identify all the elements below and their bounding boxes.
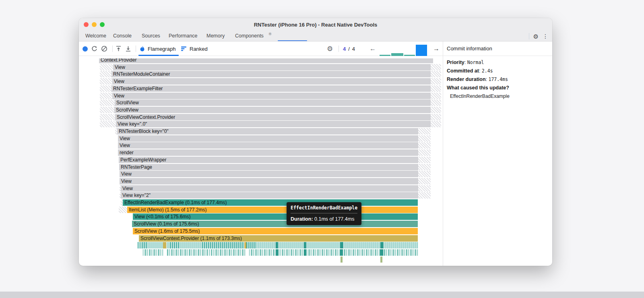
previous-commit-arrow-icon[interactable]: ← (369, 41, 376, 56)
hatch-region (418, 171, 431, 177)
flame-bar[interactable]: RNTesterPage (119, 164, 418, 170)
next-commit-arrow-icon[interactable]: → (433, 41, 440, 56)
flame-row: EffectInRenderBadExample (0.1ms of 177.4… (98, 199, 441, 206)
flame-bar[interactable]: View (112, 78, 431, 85)
hatch-region (418, 164, 431, 170)
flame-bar[interactable]: ScrollViewContext.Provider (1.1ms of 173… (139, 235, 418, 242)
flame-bar[interactable] (341, 257, 343, 263)
flame-bar[interactable]: View key="2" (121, 192, 418, 199)
hatch-region (100, 71, 111, 77)
flame-micro-accent[interactable] (340, 242, 343, 248)
divider (339, 46, 339, 52)
divider (112, 46, 113, 52)
flame-row: ScrollView (98, 99, 441, 106)
flame-row: View key=".0" (98, 121, 441, 127)
devtools-tabstrip: WelcomeConsoleSourcesPerformanceMemoryCo… (79, 31, 552, 41)
load-profile-icon[interactable] (115, 41, 122, 56)
profiler-settings-gear-icon[interactable]: ⚙ (327, 41, 333, 56)
flame-micro-accent[interactable] (276, 242, 278, 248)
flame-bar[interactable]: View key=".0" (116, 121, 431, 127)
flame-micro-bars[interactable] (143, 249, 418, 256)
committed-at-label: Committed at (447, 68, 479, 74)
tab-sources[interactable]: Sources (142, 31, 160, 41)
update-cause-item[interactable]: EffectInRenderBadExample (447, 93, 547, 99)
window-title: RNTester (iPhone 16 Pro) - React Native … (79, 18, 552, 31)
save-profile-icon[interactable] (125, 41, 132, 56)
record-button[interactable] (83, 46, 88, 52)
flame-bar[interactable]: RNTesterModuleContainer (111, 71, 431, 77)
clear-profile-icon[interactable] (101, 41, 107, 56)
flame-micro-accent[interactable] (246, 249, 249, 256)
hatch-region (431, 85, 441, 92)
flame-row: View key="2" (98, 192, 441, 199)
flame-row: render (98, 149, 441, 156)
tab-ranked[interactable]: Ranked (181, 41, 208, 56)
flame-bar[interactable]: View (118, 135, 418, 142)
flame-bar[interactable]: View (113, 64, 431, 70)
flame-row: View (<0.1ms of 175.6ms) (98, 213, 441, 220)
hatch-region (431, 93, 441, 99)
flame-micro-accent[interactable] (380, 242, 383, 248)
flame-bar[interactable]: ItemList (Memo) (1.5ms of 177.2ms) (127, 207, 418, 213)
hatch-region (431, 71, 441, 77)
tab-memory[interactable]: Memory (206, 31, 225, 41)
flame-micro-accent[interactable] (276, 249, 278, 256)
flame-bar[interactable]: View (118, 142, 418, 149)
tab-components[interactable]: Components (235, 31, 264, 41)
react-atom-icon: ⚛ (268, 31, 272, 37)
tab-flamegraph[interactable]: Flamegraph (140, 41, 175, 56)
settings-gear-icon[interactable]: ⚙ (533, 33, 539, 39)
flame-micro-accent[interactable] (163, 249, 167, 256)
flame-bar[interactable]: Context.Provider (99, 58, 433, 63)
flame-micro-accent[interactable] (304, 249, 306, 256)
flame-bar[interactable]: PerfExampleWrapper (119, 157, 418, 163)
flame-bar[interactable]: View (<0.1ms of 175.6ms) (133, 213, 418, 220)
flame-bar[interactable] (380, 257, 382, 263)
flamegraph-selected-underline (138, 55, 179, 56)
flame-bar[interactable]: render (118, 149, 418, 156)
flame-bar[interactable]: View (121, 185, 418, 192)
commit-bar[interactable] (404, 55, 415, 56)
flame-bar[interactable]: View (120, 171, 418, 177)
tab-performance[interactable]: Performance (169, 31, 198, 41)
flame-micro-accent[interactable] (340, 249, 343, 256)
flame-row: View (98, 93, 441, 99)
tab-profiler-selected-underline[interactable] (278, 40, 307, 41)
flame-bar[interactable]: EffectInRenderBadExample (0.1ms of 177.4… (123, 199, 418, 206)
tab-ranked-label: Ranked (190, 46, 208, 52)
flame-micro-accent[interactable] (163, 242, 166, 248)
titlebar: RNTester (iPhone 16 Pro) - React Native … (79, 18, 552, 31)
commit-current[interactable]: 4 (343, 46, 346, 52)
flame-bar[interactable]: ScrollView (1.6ms of 175.5ms) (133, 228, 418, 234)
commit-bar[interactable] (416, 45, 427, 56)
desktop-bottom-strip (0, 292, 644, 298)
update-cause-question: What caused this update? (447, 85, 547, 91)
flame-micro-accent[interactable] (304, 242, 306, 248)
hatch-region (418, 192, 431, 199)
flamegraph-canvas: EffectInRenderBadExample Duration: 0.1ms… (98, 58, 441, 264)
priority-field: Priority: Normal (447, 60, 547, 65)
flame-micro-accent[interactable] (244, 242, 246, 248)
flame-bar[interactable]: ScrollView (0.1ms of 175.6ms) (132, 221, 418, 227)
tab-welcome[interactable]: Welcome (85, 31, 106, 41)
commit-bar[interactable] (391, 53, 403, 56)
flame-micro-accent[interactable] (380, 249, 383, 256)
flame-bar[interactable]: ScrollView (114, 107, 431, 113)
flame-bar[interactable]: RNTesterExampleFilter (111, 85, 431, 92)
kebab-menu-icon[interactable]: ⋮ (543, 33, 548, 39)
flame-row: View (98, 171, 441, 177)
flame-bar[interactable]: RNTesterBlock key="0" (117, 128, 418, 135)
flame-row: RNTesterBlock key="0" (98, 128, 441, 135)
reload-and-profile-icon[interactable] (91, 41, 98, 56)
commit-history-chart[interactable] (380, 44, 428, 56)
flame-bar[interactable]: View (112, 93, 431, 99)
tab-console[interactable]: Console (113, 31, 132, 41)
flame-bar[interactable]: ScrollViewContext.Provider (115, 114, 431, 120)
flame-bar[interactable]: View (120, 178, 418, 184)
hatch-region (100, 64, 113, 70)
hatch-region (100, 121, 116, 127)
commit-bar[interactable] (380, 55, 390, 56)
divider (136, 46, 136, 52)
hatch-region (100, 78, 112, 85)
flame-bar[interactable]: ScrollView (115, 99, 431, 106)
